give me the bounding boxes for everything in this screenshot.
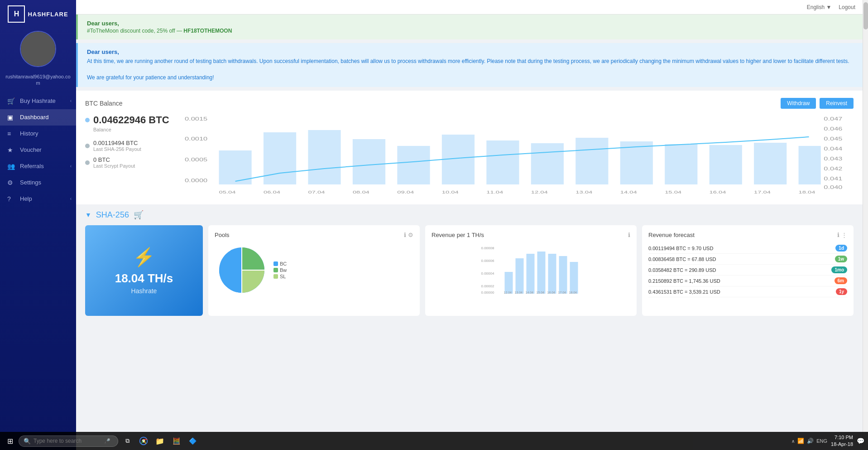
forecast-card: Revenue forecast ℹ ⋮ 0.00119494 BTC = 9.… <box>642 225 854 316</box>
taskbar-task-view[interactable]: ⧉ <box>120 434 134 448</box>
btc-main-value: 0.04622946 BTC <box>85 114 176 126</box>
chevron-right-icon-referrals: ‹ <box>70 164 72 169</box>
ann-green-body: #ToTheMoon discount code, 25% off — HF18… <box>87 28 854 34</box>
withdraw-button[interactable]: Withdraw <box>781 98 816 109</box>
svg-rect-19 <box>531 143 564 184</box>
btc-balance-content: 0.04622946 BTC Balance 0.00119494 BTC La… <box>85 114 854 197</box>
revenue-card-header: Revenue per 1 TH/s ℹ <box>432 232 630 238</box>
clock-time: 7:10 PM <box>831 434 853 441</box>
legend-sl-dot <box>273 274 278 279</box>
revenue-actions[interactable]: ℹ <box>628 232 630 238</box>
legend-bw-dot <box>273 268 278 272</box>
scrollbar-thumb[interactable] <box>863 2 868 29</box>
forecast-actions[interactable]: ℹ ⋮ <box>837 232 847 238</box>
sidebar-item-settings[interactable]: ⚙ Settings <box>0 174 76 191</box>
ann-green-body-bold: HF18TOTHEMOON <box>183 28 232 34</box>
svg-text:0.0000: 0.0000 <box>185 178 208 183</box>
sidebar-item-referrals[interactable]: 👥 Referrals ‹ <box>0 158 76 174</box>
svg-rect-24 <box>754 143 786 184</box>
btc-stats: 0.04622946 BTC Balance 0.00119494 BTC La… <box>85 114 176 197</box>
svg-rect-25 <box>799 146 821 184</box>
taskbar-left: ⊞ 🔍 🎤 ⧉ 📁 🧮 🔷 <box>4 434 200 448</box>
svg-text:17.04: 17.04 <box>558 291 566 294</box>
notification-icon[interactable]: 💬 <box>857 437 864 445</box>
content-area: Dear users, #ToTheMoon discount code, 25… <box>76 15 863 450</box>
clock-date: 18-Apr-18 <box>831 441 853 448</box>
svg-text:06.04: 06.04 <box>264 190 280 194</box>
taskbar-chrome-icon[interactable] <box>136 434 151 448</box>
taskbar-search-bar[interactable]: 🔍 🎤 <box>19 435 118 447</box>
svg-text:07.04: 07.04 <box>308 190 325 194</box>
language-selector[interactable]: English ▼ <box>807 4 832 10</box>
legend-sl: SL <box>273 274 287 279</box>
avatar <box>20 31 56 67</box>
pools-actions[interactable]: ℹ ⚙ <box>404 232 413 238</box>
nav-label-settings: Settings <box>20 179 41 186</box>
svg-rect-52 <box>537 252 546 294</box>
pie-chart <box>215 243 269 297</box>
sha-payout-label: Last SHA-256 Payout <box>93 146 141 152</box>
microphone-icon[interactable]: 🎤 <box>104 438 110 444</box>
start-button[interactable]: ⊞ <box>4 435 17 447</box>
svg-text:0.042: 0.042 <box>824 166 842 171</box>
forecast-value-1d: 0.00119494 BTC = 9.70 USD <box>648 246 713 251</box>
forecast-badge-1mo: 1mo <box>831 266 847 273</box>
sha-cart-icon: 🛒 <box>134 210 144 220</box>
ann-green-title: Dear users, <box>87 20 854 27</box>
sidebar-item-history[interactable]: ≡ History <box>0 126 76 142</box>
sha-payout-value: 0.00119494 BTC <box>93 140 141 146</box>
nav-label-referrals: Referrals <box>20 163 44 169</box>
taskbar-app5-icon[interactable]: 🔷 <box>185 434 200 448</box>
forecast-item-1w: 0.00836458 BTC = 67.88 USD 1w <box>648 254 847 265</box>
mining-cards: ⚡ 18.04 TH/s Hashrate Pools ℹ ⚙ <box>85 225 854 316</box>
legend-bc-label: BC <box>280 261 287 266</box>
sha-header: ▼ SHA-256 🛒 <box>85 210 854 220</box>
history-icon: ≡ <box>7 130 16 137</box>
forecast-items: 0.00119494 BTC = 9.70 USD 1d 0.00836458 … <box>648 243 847 297</box>
pie-container: BC Bw SL <box>215 243 413 297</box>
taskbar-search-input[interactable] <box>34 438 101 444</box>
referrals-icon: 👥 <box>7 163 16 170</box>
sidebar-item-dashboard[interactable]: ▣ Dashboard <box>0 109 76 126</box>
revenue-svg: 0.00008 0.00006 0.00004 0.00002 0.00000 <box>432 245 630 295</box>
pie-legend: BC Bw SL <box>273 260 287 280</box>
ann-blue-body: At this time, we are running another rou… <box>87 57 854 82</box>
forecast-item-1d: 0.00119494 BTC = 9.70 USD 1d <box>648 243 847 254</box>
taskbar-folder-icon[interactable]: 📁 <box>153 434 167 448</box>
tray-chevron-icon[interactable]: ∧ <box>791 439 795 444</box>
nav-label-help: Help <box>20 195 32 202</box>
btc-balance-title: BTC Balance <box>85 100 122 107</box>
nav-label-buy-hashrate: Buy Hashrate <box>20 97 56 104</box>
main-content: English ▼ Logout Dear users, #ToTheMoon … <box>76 0 863 450</box>
svg-rect-14 <box>308 130 340 184</box>
sha-section: ▼ SHA-256 🛒 ⚡ 18.04 TH/s Hashrate Pools <box>76 204 863 316</box>
scrypt-payout-label: Last Scrypt Payout <box>93 163 135 169</box>
taskbar-calculator-icon[interactable]: 🧮 <box>169 434 183 448</box>
svg-text:0.041: 0.041 <box>824 176 842 181</box>
volume-icon[interactable]: 🔊 <box>807 438 814 444</box>
sha-payout-dot <box>85 144 90 148</box>
logout-link[interactable]: Logout <box>839 4 855 10</box>
legend-bw-label: Bw <box>280 267 287 273</box>
sha-title: SHA-256 <box>96 210 129 220</box>
svg-text:0.045: 0.045 <box>824 136 842 141</box>
revenue-chart-area: 0.00008 0.00006 0.00004 0.00002 0.00000 <box>432 243 630 296</box>
legend-bw: Bw <box>273 267 287 273</box>
settings-icon: ⚙ <box>7 179 16 186</box>
announcement-blue: Dear users, At this time, we are running… <box>76 43 863 87</box>
revenue-title: Revenue per 1 TH/s <box>432 232 484 238</box>
sidebar-item-help[interactable]: ? Help ‹ <box>0 191 76 207</box>
sha-chevron-icon[interactable]: ▼ <box>85 211 91 218</box>
svg-text:08.04: 08.04 <box>353 190 369 194</box>
sidebar-item-buy-hashrate[interactable]: 🛒 Buy Hashrate ‹ <box>0 93 76 109</box>
svg-text:0.043: 0.043 <box>824 156 842 161</box>
svg-text:05.04: 05.04 <box>219 190 235 194</box>
taskbar-tray: ∧ 📶 🔊 ENG <box>791 438 827 444</box>
forecast-item-1y: 0.4361531 BTC = 3,539.21 USD 1y <box>648 286 847 297</box>
reinvest-button[interactable]: Reinvest <box>820 98 854 109</box>
sidebar-item-voucher[interactable]: ★ Voucher <box>0 142 76 158</box>
scrollbar[interactable] <box>863 0 868 450</box>
logo-box: H <box>8 5 25 23</box>
btc-balance-header: BTC Balance Withdraw Reinvest <box>85 98 854 109</box>
network-icon[interactable]: 📶 <box>797 438 804 444</box>
